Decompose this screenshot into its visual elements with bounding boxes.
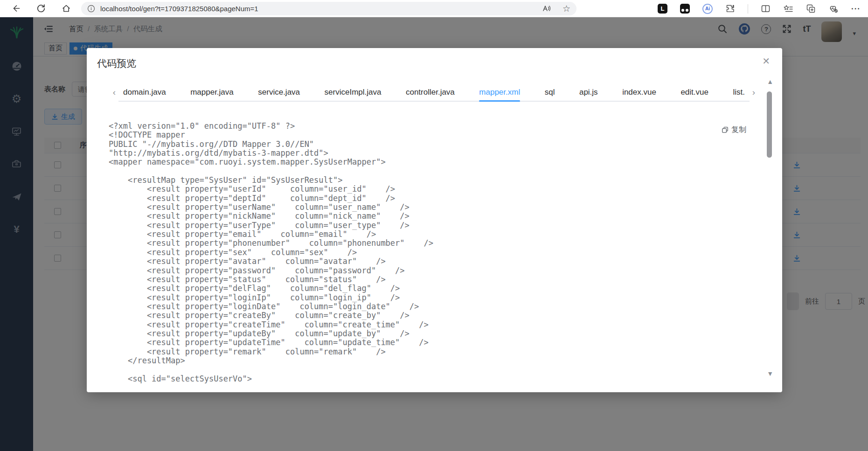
code-tab[interactable]: mapper.java xyxy=(190,83,234,102)
url-text: localhost/tool/gen?t=1709371825080&pageN… xyxy=(100,5,258,13)
scroll-up-icon[interactable]: ▲ xyxy=(767,78,773,85)
read-aloud-icon[interactable] xyxy=(542,4,551,13)
favorite-star-icon[interactable]: ☆ xyxy=(562,4,570,13)
scrollbar-thumb[interactable] xyxy=(767,91,772,158)
tabs-next-icon[interactable]: › xyxy=(750,87,758,97)
close-icon[interactable]: ✕ xyxy=(762,56,770,67)
favorites-list-icon[interactable] xyxy=(783,4,793,14)
code-tab[interactable]: edit.vue xyxy=(681,83,708,102)
address-bar[interactable]: localhost/tool/gen?t=1709371825080&pageN… xyxy=(81,2,576,15)
code-tab[interactable]: serviceImpl.java xyxy=(325,83,382,102)
code-tabs-bar: ‹ domain.java mapper.java service.java s… xyxy=(110,83,758,102)
code-tab[interactable]: controller.java xyxy=(406,83,455,102)
scroll-down-icon[interactable]: ▼ xyxy=(767,370,773,377)
browser-refresh-icon[interactable] xyxy=(36,4,46,13)
code-tab[interactable]: service.java xyxy=(258,83,300,102)
code-tab[interactable]: list. xyxy=(733,83,745,102)
toolbar-divider xyxy=(748,4,748,14)
code-viewer: <?xml version="1.0" encoding="UTF-8" ?> … xyxy=(109,122,740,389)
tab-duplicate-icon[interactable] xyxy=(806,4,816,14)
code-tab[interactable]: sql xyxy=(545,83,555,102)
browser-settings-more-icon[interactable]: ··· xyxy=(851,4,861,14)
tabs-prev-icon[interactable]: ‹ xyxy=(110,87,118,97)
site-info-icon[interactable] xyxy=(87,5,95,13)
browser-toolbar: localhost/tool/gen?t=1709371825080&pageN… xyxy=(0,0,868,17)
extension-ai-icon[interactable]: Ai xyxy=(702,4,713,14)
extensions-puzzle-icon[interactable] xyxy=(725,4,735,14)
browser-essentials-icon[interactable] xyxy=(828,4,839,14)
code-content: <?xml version="1.0" encoding="UTF-8" ?> … xyxy=(109,122,740,383)
split-screen-icon[interactable] xyxy=(761,4,771,14)
code-tab[interactable]: index.vue xyxy=(622,83,656,102)
extension-password-manager-icon[interactable] xyxy=(680,4,690,14)
browser-back-icon[interactable] xyxy=(11,4,21,13)
dialog-title: 代码预览 xyxy=(97,57,136,70)
code-preview-dialog: 代码预览 ✕ ‹ domain.java mapper.java service… xyxy=(87,48,782,392)
browser-home-icon[interactable] xyxy=(62,4,71,13)
code-tab[interactable]: mapper.xml xyxy=(479,83,520,102)
code-tab[interactable]: api.js xyxy=(579,83,598,102)
extension-l-icon[interactable]: L xyxy=(658,4,667,14)
code-tab[interactable]: domain.java xyxy=(123,83,166,102)
